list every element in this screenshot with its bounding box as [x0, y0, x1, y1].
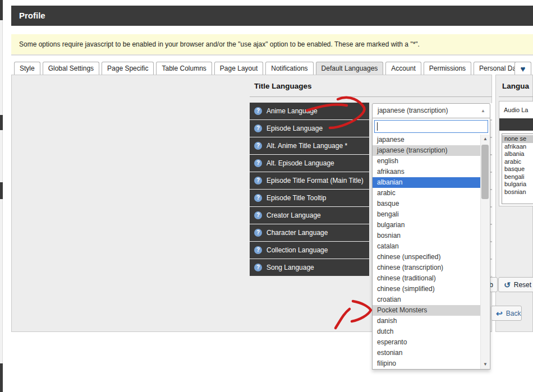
language-option[interactable]: Pocket Monsters [373, 305, 481, 316]
languages-heading: Langua [502, 82, 533, 90]
tab-label: Permissions [429, 64, 466, 72]
audio-language-option[interactable]: albania [502, 150, 533, 158]
profile-tab[interactable]: Table Columns [156, 62, 212, 75]
tab-label: Page Layout [220, 64, 258, 72]
language-option[interactable]: arabic [373, 188, 481, 199]
audio-language-option-label: arabic [504, 158, 521, 165]
tab-label: Notifications [271, 64, 307, 72]
language-option-label: afrikaans [377, 168, 405, 176]
language-option[interactable]: english [373, 156, 481, 167]
language-option[interactable]: chinese (unspecified) [373, 252, 481, 262]
language-dropdown-panel: japanese japanese (transcription) englis… [372, 118, 490, 370]
audio-language-option[interactable]: bengali [502, 173, 533, 181]
language-option-label: chinese (unspecified) [377, 253, 440, 261]
profile-tab[interactable]: Global Settings [43, 62, 99, 75]
reset-icon: ↺ [504, 280, 511, 289]
language-option[interactable]: croatian [373, 294, 481, 305]
language-option[interactable]: chinese (traditional) [373, 273, 481, 284]
back-button[interactable]: ↩ Back [491, 306, 522, 321]
setting-row: ? Alt. Episode Language [250, 155, 369, 172]
scrollbar-thumb[interactable] [481, 145, 489, 199]
help-icon[interactable]: ? [254, 264, 262, 271]
setting-label: Episode Title Tooltip [266, 194, 327, 202]
setting-label: Creator Language [266, 211, 321, 219]
setting-label: Episode Language [266, 124, 323, 132]
anime-language-select[interactable]: japanese (transcription) ▲ [372, 103, 490, 118]
help-icon[interactable]: ? [254, 159, 262, 167]
audio-language-option[interactable]: arabic [502, 158, 533, 166]
audio-language-option[interactable]: bulgaria [502, 181, 533, 188]
audio-language-listbox[interactable]: none se afrikaan albania arabic basque b… [502, 133, 533, 204]
help-icon[interactable]: ? [254, 124, 262, 132]
language-option[interactable]: catalan [373, 241, 481, 252]
setting-label: Episode Title Format (Main Title) [266, 177, 364, 185]
scroll-down-icon[interactable]: ▼ [481, 360, 490, 369]
tab-label: Table Columns [162, 64, 206, 72]
dropdown-scrollbar[interactable]: ▲ ▼ [480, 135, 489, 369]
language-option[interactable]: estonian [373, 348, 481, 358]
help-icon[interactable]: ? [254, 142, 262, 150]
window-edge-strip [0, 0, 3, 392]
language-option[interactable]: basque [373, 199, 481, 209]
reset-button[interactable]: ↺ Reset [498, 277, 533, 292]
profile-tab[interactable]: Page Specific [102, 62, 154, 75]
setting-label: Song Language [266, 264, 314, 271]
profile-tab[interactable]: Style [14, 62, 40, 75]
audio-language-option[interactable]: basque [502, 165, 533, 173]
language-option[interactable]: japanese (transcription) [373, 145, 481, 156]
language-option[interactable]: dutch [373, 326, 481, 337]
profile-tab[interactable]: Account [385, 62, 421, 75]
language-option[interactable]: bosnian [373, 230, 481, 241]
profile-tab[interactable]: Default Languages [316, 62, 384, 75]
language-option[interactable]: albanian [373, 177, 481, 188]
tab-favorites[interactable]: ♥ [514, 62, 531, 75]
help-icon[interactable]: ? [254, 229, 262, 237]
help-icon[interactable]: ? [254, 107, 262, 115]
selected-language-value: japanese (transcription) [378, 107, 448, 114]
audio-language-option-label: basque [504, 165, 525, 172]
help-icon[interactable]: ? [254, 246, 262, 254]
setting-row: ? Character Language [250, 224, 369, 241]
language-option-label: estonian [377, 349, 402, 357]
language-option-label: bengali [377, 210, 399, 218]
language-option[interactable]: danish [373, 316, 481, 326]
setting-label: Anime Language [266, 107, 318, 115]
audio-language-option[interactable]: none se [502, 135, 533, 143]
setting-row: ? Song Language [250, 259, 369, 276]
language-option[interactable]: filipino [373, 358, 481, 369]
language-option-label: english [377, 157, 398, 165]
profile-tab[interactable]: Notifications [265, 62, 313, 75]
language-search-input[interactable] [374, 120, 488, 133]
chevron-up-icon: ▲ [481, 109, 485, 113]
language-option[interactable]: bengali [373, 209, 481, 220]
language-option-label: esperanto [377, 338, 407, 346]
language-option[interactable]: afrikaans [373, 167, 481, 177]
audio-language-option-label: bulgaria [504, 181, 526, 187]
language-option[interactable]: chinese (simplified) [373, 284, 481, 294]
setting-label: Alt. Anime Title Language * [266, 142, 347, 150]
help-icon[interactable]: ? [254, 211, 262, 219]
setting-row: ? Anime Language [250, 103, 369, 119]
language-option[interactable]: bulgarian [373, 220, 481, 230]
language-option-label: bosnian [377, 232, 401, 239]
language-option-label: japanese [377, 136, 405, 144]
audio-language-option[interactable]: bosnian [502, 188, 533, 196]
profile-tab[interactable]: Permissions [424, 62, 471, 75]
language-option[interactable]: japanese [373, 135, 481, 145]
language-option-label: chinese (simplified) [377, 285, 435, 293]
language-option-label: catalan [377, 242, 399, 250]
profile-tab[interactable]: Page Layout [214, 62, 263, 75]
language-option-label: dutch [377, 328, 393, 335]
audio-language-header: Audio La [499, 102, 533, 118]
language-option[interactable]: esperanto [373, 337, 481, 348]
setting-row: ? Creator Language [250, 207, 369, 224]
language-option-label: albanian [377, 178, 402, 186]
language-option-label: basque [377, 200, 399, 207]
setting-label: Alt. Episode Language [266, 159, 334, 167]
help-icon[interactable]: ? [254, 194, 262, 202]
strip-segment [0, 182, 3, 199]
help-icon[interactable]: ? [254, 177, 262, 185]
audio-language-option[interactable]: afrikaan [502, 143, 533, 151]
scroll-up-icon[interactable]: ▲ [481, 135, 490, 144]
language-option[interactable]: chinese (transcription) [373, 262, 481, 273]
